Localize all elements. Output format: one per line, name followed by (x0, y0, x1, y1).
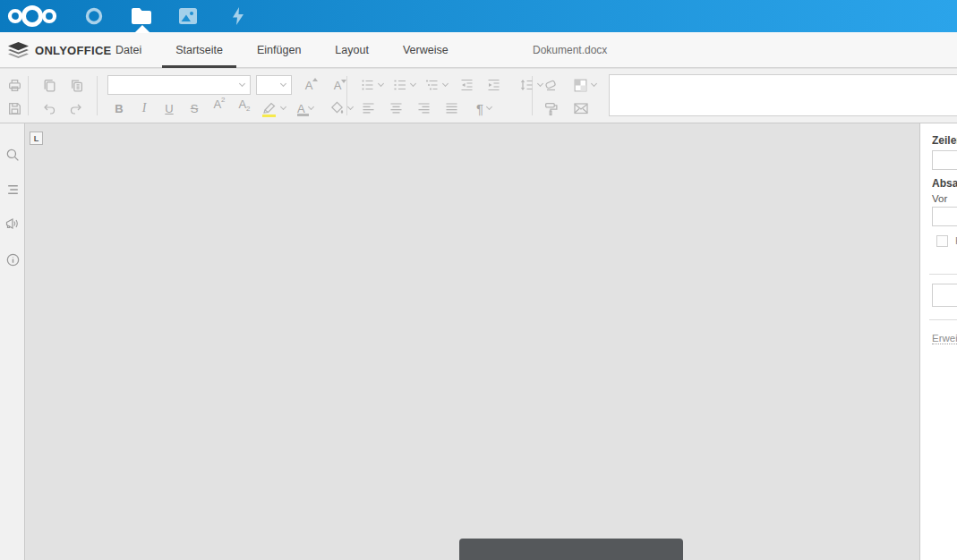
envelope-icon (573, 101, 589, 115)
background-color-control[interactable] (932, 284, 957, 307)
font-color-button[interactable]: A (292, 98, 324, 119)
undo-button[interactable] (38, 98, 61, 119)
loading-toast: Dokument wird geladen... (459, 539, 683, 560)
paragraph-styles-gallery[interactable] (609, 74, 957, 116)
search-icon[interactable] (4, 147, 21, 163)
increase-font-size-button[interactable]: A (297, 74, 320, 96)
table-shading-button[interactable] (569, 74, 602, 96)
align-right-button[interactable] (412, 98, 435, 119)
align-right-icon (416, 101, 432, 115)
navigation-headings-icon[interactable] (4, 182, 21, 198)
bold-button[interactable]: B (107, 98, 131, 119)
align-center-icon (389, 101, 404, 115)
bold-label: B (115, 103, 123, 115)
numbered-list-button[interactable] (389, 74, 421, 96)
toolbar-separator (97, 76, 98, 115)
tab-stop-left-icon: L (34, 134, 39, 143)
subscript-base: A (238, 98, 246, 111)
tab-layout[interactable]: Layout (321, 32, 382, 68)
paragraph-shading-color-button[interactable] (326, 98, 358, 119)
font-color-bar (297, 114, 309, 116)
about-info-icon[interactable] (4, 251, 21, 267)
line-spacing-select[interactable] (932, 150, 957, 170)
multilevel-list-icon (424, 78, 440, 92)
chevron-down-icon (280, 104, 286, 110)
photos-icon[interactable] (175, 0, 201, 32)
onlyoffice-brand: ONLYOFFICE (8, 32, 112, 68)
multilevel-list-button[interactable] (421, 74, 453, 96)
decrease-indent-button[interactable] (453, 74, 480, 96)
chevron-down-icon (378, 81, 384, 87)
line-spacing-icon (519, 78, 534, 92)
workspace: L Zeilenabstand Absatzabstand Vor Kein A… (0, 123, 957, 560)
shading-swatch-icon (573, 78, 588, 93)
left-sidebar (0, 123, 25, 560)
editor-window: ONLYOFFICE Datei Startseite Einfügen Lay… (0, 0, 957, 560)
tab-datei[interactable]: Datei (102, 32, 155, 68)
align-justify-button[interactable] (440, 98, 463, 119)
print-button[interactable] (3, 74, 26, 96)
align-left-button[interactable] (356, 98, 380, 119)
paint-roller-icon (543, 101, 559, 116)
underline-label: U (165, 103, 173, 115)
font-name-input[interactable] (108, 76, 236, 94)
copy-button[interactable] (38, 74, 61, 96)
chevron-down-icon (486, 104, 492, 110)
save-button[interactable] (3, 98, 26, 119)
decrease-font-size-button[interactable]: A (326, 74, 349, 96)
highlight-color-bar (262, 115, 276, 117)
strikeout-button[interactable]: S (183, 98, 206, 119)
chevron-down-icon (280, 81, 286, 87)
italic-button[interactable]: I (132, 98, 156, 119)
font-color-label: A (297, 103, 305, 115)
increase-indent-button[interactable] (480, 74, 507, 96)
toolbar-separator (28, 76, 29, 115)
advanced-settings-link[interactable]: Erweiterte Einstellungen anzeigen (932, 333, 957, 344)
toolbar: A A B I U S (0, 69, 957, 123)
nextcloud-logo-icon[interactable] (4, 0, 60, 32)
tab-einfuegen[interactable]: Einfügen (244, 32, 314, 68)
paste-button[interactable] (64, 74, 88, 96)
arrow-down-icon (341, 80, 346, 83)
same-style-spacing-checkbox-row[interactable]: Kein Abstand zwischen Absätzen gleicher … (936, 234, 957, 261)
pilcrow-icon: ¶ (476, 102, 483, 115)
chevron-down-icon (308, 104, 314, 110)
align-justify-icon (444, 101, 459, 115)
activity-icon[interactable] (226, 0, 251, 32)
underline-button[interactable]: U (158, 98, 181, 119)
bullet-list-button[interactable] (356, 74, 389, 96)
tab-stop-selector[interactable]: L (30, 132, 43, 145)
indent-icon (486, 78, 501, 92)
tab-startseite[interactable]: Startseite (162, 32, 236, 68)
align-center-button[interactable] (384, 98, 407, 119)
menu-tabs: Datei Startseite Einfügen Layout Verweis… (98, 32, 466, 68)
superscript-button[interactable]: A 2 (208, 98, 231, 119)
outdent-icon (459, 78, 474, 92)
nonprinting-characters-button[interactable]: ¶ (473, 98, 505, 119)
superscript-base: A (213, 98, 221, 111)
font-size-input[interactable] (257, 76, 278, 94)
paragraph-settings-panel: Zeilenabstand Absatzabstand Vor Kein Abs… (919, 123, 957, 560)
mail-merge-button[interactable] (569, 98, 593, 119)
highlight-color-button[interactable] (258, 98, 290, 119)
font-name-select[interactable] (107, 75, 251, 95)
chevron-down-icon (442, 81, 449, 87)
highlighter-icon (261, 101, 278, 115)
spacing-before-input[interactable] (932, 207, 957, 226)
onlyoffice-logo-icon (8, 42, 29, 59)
dashboard-icon[interactable] (81, 0, 107, 32)
copy-style-button[interactable] (539, 98, 562, 119)
panel-divider (929, 319, 957, 320)
font-size-select[interactable] (256, 75, 292, 95)
document-canvas[interactable]: L (25, 123, 919, 560)
bullet-list-icon (360, 78, 375, 92)
checkbox[interactable] (936, 235, 948, 247)
tab-verweise[interactable]: Verweise (389, 32, 462, 68)
spacing-before-label: Vor (932, 193, 957, 204)
chevron-down-icon (591, 81, 597, 87)
redo-button[interactable] (64, 98, 88, 119)
clear-style-button[interactable] (539, 74, 562, 96)
feedback-icon[interactable] (4, 216, 21, 232)
eraser-icon (543, 78, 559, 92)
subscript-button[interactable]: A 2 (233, 98, 256, 119)
